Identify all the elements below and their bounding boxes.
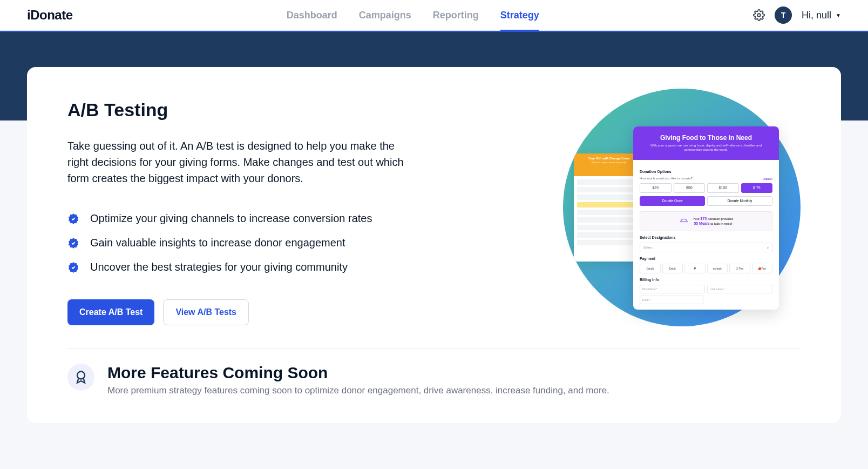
coming-soon-title: More Features Coming Soon	[107, 364, 609, 382]
payment-label: Payment	[640, 257, 772, 260]
check-badge-icon	[67, 237, 79, 249]
main-nav: Dashboard Campaigns Reporting Strategy	[287, 0, 539, 31]
designation-select: Select▾	[640, 243, 772, 252]
ribbon-icon	[67, 364, 94, 391]
pay-applepay: 🍎Pay	[752, 264, 773, 273]
form-preview-front: Giving Food to Those in Need With your s…	[633, 126, 779, 310]
nav-reporting[interactable]: Reporting	[433, 0, 479, 31]
pay-echeck: echeck	[707, 264, 728, 273]
amount-option-selected: $ 75	[741, 183, 773, 193]
benefit-text: Optimize your giving channels to increas…	[90, 212, 372, 225]
form-back-title: Your Gift will Change Lives	[578, 157, 640, 160]
email-input: Email *	[640, 296, 703, 304]
svg-point-1	[77, 372, 85, 379]
benefit-text: Uncover the best strategies for your giv…	[90, 261, 348, 273]
page-title: A/B Testing	[67, 99, 435, 120]
last-name-input: Last Name *	[707, 285, 772, 293]
billing-label: Billing Info	[640, 278, 772, 282]
coming-soon-section: More Features Coming Soon More premium s…	[67, 364, 801, 396]
logo[interactable]: iDonate	[27, 8, 73, 23]
amount-option: $50	[674, 183, 706, 193]
pay-debit: Debit	[662, 264, 683, 273]
amount-option: $100	[707, 183, 739, 193]
benefit-item: Uncover the best strategies for your giv…	[67, 261, 435, 273]
impact-box: Your $75 donation provides 55 Meals to k…	[640, 211, 772, 232]
header: iDonate Dashboard Campaigns Reporting St…	[0, 0, 868, 31]
benefit-item: Gain valuable insights to increase donor…	[67, 237, 435, 249]
nav-strategy[interactable]: Strategy	[500, 0, 539, 31]
nav-dashboard[interactable]: Dashboard	[287, 0, 337, 31]
form-front-subtitle: With your support, we can bring hope, di…	[642, 144, 770, 152]
pay-gpay: G Pay	[729, 264, 750, 273]
svg-point-0	[757, 14, 761, 17]
form-front-title: Giving Food to Those in Need	[642, 134, 770, 142]
check-badge-icon	[67, 262, 79, 273]
user-greeting[interactable]: Hi, null	[802, 10, 841, 21]
meal-icon	[679, 216, 689, 226]
benefit-item: Optimize your giving channels to increas…	[67, 212, 435, 225]
coming-soon-description: More premium strategy features coming so…	[107, 385, 609, 396]
ab-test-illustration: Your Gift will Change Lives With your su…	[563, 89, 801, 326]
freq-monthly: Donate Monthly	[707, 196, 772, 206]
amount-option: $25	[640, 183, 672, 193]
donation-options-label: Donation Options	[640, 170, 772, 173]
nav-campaigns[interactable]: Campaigns	[359, 0, 411, 31]
divider	[67, 348, 801, 349]
popular-label: Popular!	[763, 178, 772, 180]
view-ab-tests-button[interactable]: View A/B Tests	[163, 299, 249, 325]
avatar[interactable]: T	[775, 6, 792, 24]
benefits-list: Optimize your giving channels to increas…	[67, 212, 435, 273]
designations-label: Select Designations	[640, 236, 772, 239]
check-badge-icon	[67, 213, 79, 225]
first-name-input: First Name *	[640, 285, 705, 293]
benefit-text: Gain valuable insights to increase donor…	[90, 237, 345, 249]
freq-once: Donate Once	[640, 196, 705, 206]
form-back-subtitle: With your support we can bring hope	[578, 161, 640, 164]
main-card: A/B Testing Take guessing out of it. An …	[27, 67, 841, 423]
pay-paypal: P	[684, 264, 706, 273]
gear-icon[interactable]	[753, 9, 765, 21]
create-ab-test-button[interactable]: Create A/B Test	[67, 299, 154, 325]
header-right: T Hi, null	[753, 6, 841, 24]
actions: Create A/B Test View A/B Tests	[67, 299, 435, 325]
amount-question: How much would you like to donate?	[640, 177, 772, 180]
pay-credit: Credit	[640, 264, 661, 273]
page-description: Take guessing out of it. An A/B test is …	[67, 138, 413, 186]
